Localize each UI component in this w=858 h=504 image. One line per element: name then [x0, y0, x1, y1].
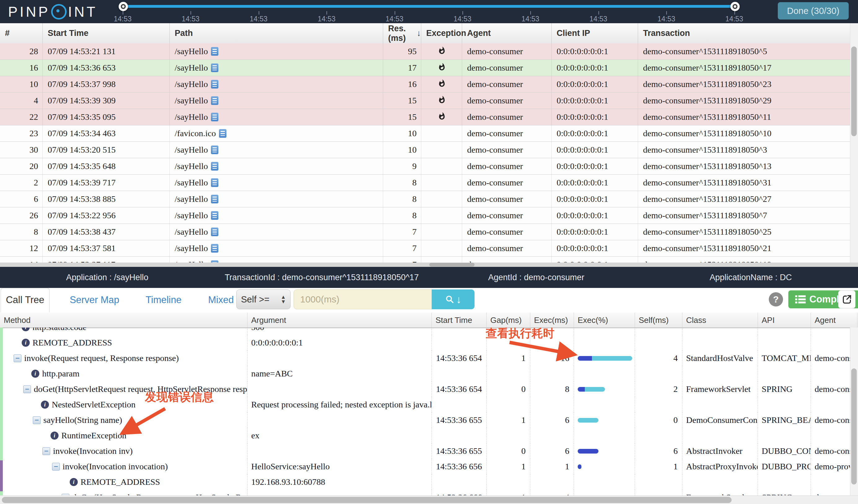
document-list-icon[interactable] — [211, 63, 218, 72]
time-range-track[interactable] — [123, 5, 735, 8]
tree-row[interactable]: −invoke(Invocation inv)14:53:36 655066Ab… — [0, 443, 858, 459]
tree-row[interactable]: iREMOTE_ADDRESS192.168.93.10:60788 — [0, 474, 858, 490]
table-row[interactable]: 2607/09 14:53:22 956/sayHello8demo-consu… — [0, 208, 850, 224]
info-icon: i — [22, 327, 30, 331]
column-header-argument[interactable]: Argument — [248, 313, 432, 327]
collapse-icon[interactable]: − — [33, 417, 41, 424]
column-header-path[interactable]: Path — [170, 23, 383, 43]
column-header-self-ms[interactable]: Self(ms) — [635, 313, 682, 327]
document-list-icon[interactable] — [211, 244, 218, 253]
transactions-horizontal-scrollbar[interactable] — [0, 262, 858, 267]
document-list-icon[interactable] — [211, 113, 218, 121]
tree-row[interactable]: −doGet(HttpServletRequest request, HttpS… — [0, 490, 858, 496]
scrollbar-thumb[interactable] — [851, 46, 857, 136]
time-range-handle-left[interactable] — [118, 2, 128, 11]
column-header-class[interactable]: Class — [682, 313, 758, 327]
tab-timeline[interactable]: Timeline — [136, 288, 191, 312]
call-tree-vertical-scrollbar[interactable] — [850, 327, 858, 496]
table-row[interactable]: 807/09 14:53:38 437/sayHello7demo-consum… — [0, 224, 850, 240]
column-header-gap-ms[interactable]: Gap(ms) — [487, 313, 530, 327]
table-row[interactable]: 3007/09 14:53:20 515/sayHello10demo-cons… — [0, 142, 850, 158]
done-button[interactable]: Done (30/30) — [778, 2, 849, 19]
timeline-tick-label: 14:53 — [454, 15, 472, 23]
tree-row[interactable]: ihttp.status.code500 — [0, 327, 858, 335]
document-list-icon[interactable] — [211, 211, 218, 220]
flame-icon — [438, 79, 446, 90]
document-list-icon[interactable] — [219, 129, 226, 138]
tree-row[interactable]: −sayHello(String name)14:53:36 655160Dem… — [0, 412, 858, 428]
table-row[interactable]: 407/09 14:53:39 309/sayHello15demo-consu… — [0, 93, 850, 109]
table-row[interactable]: 1607/09 14:53:36 653/sayHello17demo-cons… — [0, 60, 850, 76]
document-list-icon[interactable] — [211, 47, 218, 56]
table-row[interactable]: 2807/09 14:53:21 131/sayHello95demo-cons… — [0, 43, 850, 60]
tab-call-tree[interactable]: Call Tree — [1, 288, 50, 313]
timeline-tick — [666, 11, 667, 15]
info-icon: i — [70, 478, 78, 486]
document-list-icon[interactable] — [211, 162, 218, 170]
transactions-table: #Start TimePathRes. (ms)↓ExceptionAgentC… — [0, 23, 858, 267]
scrollbar-thumb[interactable] — [851, 369, 857, 485]
flame-icon — [438, 95, 446, 107]
pinpoint-logo: PINP INT — [8, 3, 97, 20]
document-list-icon[interactable] — [211, 178, 218, 187]
table-row[interactable]: 1007/09 14:53:37 998/sayHello16demo-cons… — [0, 76, 850, 93]
timeline-tick-label: 14:53 — [522, 15, 540, 23]
filter-type-select[interactable]: Self >= ▲▼ — [236, 290, 290, 309]
exec-percent-bar — [578, 387, 605, 392]
document-list-icon[interactable] — [211, 80, 218, 88]
scrollbar-thumb[interactable] — [429, 263, 475, 266]
tree-row[interactable]: ihttp.paramname=ABC — [0, 366, 858, 381]
scrollbar-thumb[interactable] — [2, 497, 732, 503]
collapse-icon[interactable]: − — [52, 463, 60, 471]
help-icon[interactable]: ? — [769, 292, 783, 307]
column-header-start-time[interactable]: Start Time — [43, 23, 170, 43]
collapse-icon[interactable]: − — [14, 355, 21, 362]
column-header-exception[interactable]: Exception — [421, 23, 462, 43]
column-header-exec[interactable]: Exec(%) — [574, 313, 635, 327]
info-bar-item: AgentId : demo-consumer — [429, 273, 644, 282]
table-row[interactable]: 207/09 14:53:39 717/sayHello8demo-consum… — [0, 175, 850, 191]
arrow-down-icon: ↓ — [417, 29, 421, 38]
column-header-[interactable]: # — [0, 23, 43, 43]
timeline-tick — [599, 11, 599, 15]
tree-row[interactable]: iNestedServletExceptionRequest processin… — [0, 397, 858, 412]
tree-row[interactable]: −invoke(Invocation invocation)HelloServi… — [0, 459, 858, 474]
column-header-method[interactable]: Method — [0, 313, 248, 327]
tree-row[interactable]: iRuntimeExceptionex — [0, 428, 858, 443]
transactions-vertical-scrollbar[interactable] — [850, 23, 858, 262]
collapse-icon[interactable]: − — [43, 448, 50, 455]
column-header-start-time[interactable]: Start Time — [432, 313, 487, 327]
document-list-icon[interactable] — [211, 146, 218, 154]
exec-self-bar — [578, 387, 585, 392]
timeline-tick — [530, 11, 531, 15]
time-range-handle-right[interactable] — [730, 2, 740, 11]
table-row[interactable]: 2007/09 14:53:35 648/sayHello9demo-consu… — [0, 158, 850, 175]
table-row[interactable]: 1207/09 14:53:37 581/sayHello7demo-consu… — [0, 240, 850, 257]
exec-self-bar — [578, 449, 599, 454]
call-tree-horizontal-scrollbar[interactable] — [0, 495, 858, 504]
column-header-agent[interactable]: Agent — [811, 313, 857, 327]
document-list-icon[interactable] — [211, 96, 218, 105]
timeline-tick — [395, 11, 395, 15]
tree-row[interactable]: iREMOTE_ADDRESS0:0:0:0:0:0:0:1 — [0, 335, 858, 351]
column-header-client-ip[interactable]: Client IP — [552, 23, 638, 43]
collapse-icon[interactable]: − — [23, 386, 31, 393]
table-row[interactable]: 2307/09 14:53:34 463/favicon.ico10demo-c… — [0, 125, 850, 142]
transaction-info-bar: Application : /sayHelloTransactionId : d… — [0, 267, 858, 288]
column-header-exec-ms[interactable]: Exec(ms) — [530, 313, 574, 327]
table-row[interactable]: 607/09 14:53:38 885/sayHello8demo-consum… — [0, 191, 850, 208]
tree-row[interactable]: −invoke(Request request, Response respon… — [0, 351, 858, 366]
column-header-res-ms[interactable]: Res. (ms)↓ — [383, 23, 421, 43]
tree-row[interactable]: −doGet(HttpServletRequest request, HttpS… — [0, 381, 858, 397]
document-list-icon[interactable] — [211, 195, 218, 204]
search-button[interactable]: ↓ — [432, 290, 475, 309]
table-row[interactable]: 2207/09 14:53:35 095/sayHello15demo-cons… — [0, 109, 850, 125]
logo-text-right: INT — [68, 3, 97, 20]
column-header-agent[interactable]: Agent — [462, 23, 552, 43]
column-header-api[interactable]: API — [758, 313, 811, 327]
column-header-transaction[interactable]: Transaction — [638, 23, 850, 43]
export-button[interactable] — [838, 290, 856, 308]
document-list-icon[interactable] — [211, 228, 218, 236]
filter-threshold-input[interactable] — [293, 290, 432, 309]
tab-server-map[interactable]: Server Map — [62, 288, 127, 312]
